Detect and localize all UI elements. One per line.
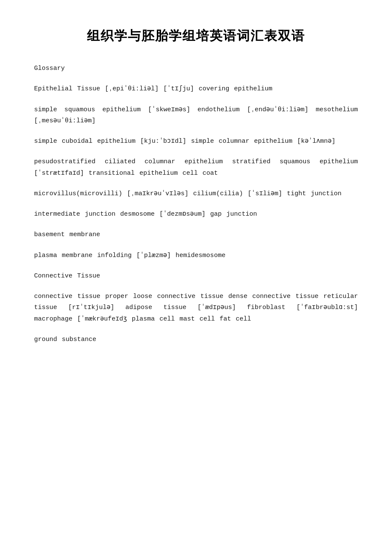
pesudostratified-text: pesudostratified ciliated columnar epith…: [34, 156, 358, 179]
ground-substance-text: ground substance: [34, 334, 358, 345]
block-simple-squamous: simple squamous epithelium [ˈskweɪməs] e…: [34, 104, 358, 127]
intermediate-text: intermediate junction desmosome [ˈdezmɒs…: [34, 209, 358, 220]
glossary-text: Glossary: [34, 63, 358, 74]
block-glossary: Glossary: [34, 63, 358, 74]
connective-tissue-detail-text: connective tissue proper loose connectiv…: [34, 291, 358, 325]
block-epithelial-tissue: Epithelial Tissue [ˌepiˈθiːliəl] [ˈtɪʃju…: [34, 84, 358, 95]
epithelial-tissue-text: Epithelial Tissue [ˌepiˈθiːliəl] [ˈtɪʃju…: [34, 84, 358, 95]
page-title: 组织学与胚胎学组培英语词汇表双语: [34, 26, 358, 46]
microvillus-text: microvillus(microvilli) [ˌmaɪkrəuˈvɪləs]…: [34, 188, 358, 199]
content-area: Glossary Epithelial Tissue [ˌepiˈθiːliəl…: [34, 63, 358, 345]
connective-tissue-heading-text: Connective Tissue: [34, 271, 358, 282]
block-microvillus: microvillus(microvilli) [ˌmaɪkrəuˈvɪləs]…: [34, 188, 358, 199]
block-connective-tissue-heading: Connective Tissue: [34, 271, 358, 282]
plasma-membrane-text: plasma membrane infolding [ˈplæzmə] hemi…: [34, 250, 358, 261]
simple-squamous-text: simple squamous epithelium [ˈskweɪməs] e…: [34, 104, 358, 127]
block-intermediate: intermediate junction desmosome [ˈdezmɒs…: [34, 209, 358, 220]
block-ground-substance: ground substance: [34, 334, 358, 345]
basement-membrane-text: basement membrane: [34, 229, 358, 240]
block-connective-tissue-detail: connective tissue proper loose connectiv…: [34, 291, 358, 325]
block-simple-cuboidal: simple cuboidal epithelium [kjuːˈbɔɪdl] …: [34, 136, 358, 147]
block-pesudostratified: pesudostratified ciliated columnar epith…: [34, 156, 358, 179]
simple-cuboidal-text: simple cuboidal epithelium [kjuːˈbɔɪdl] …: [34, 136, 358, 147]
block-basement-membrane: basement membrane: [34, 229, 358, 240]
block-plasma-membrane: plasma membrane infolding [ˈplæzmə] hemi…: [34, 250, 358, 261]
